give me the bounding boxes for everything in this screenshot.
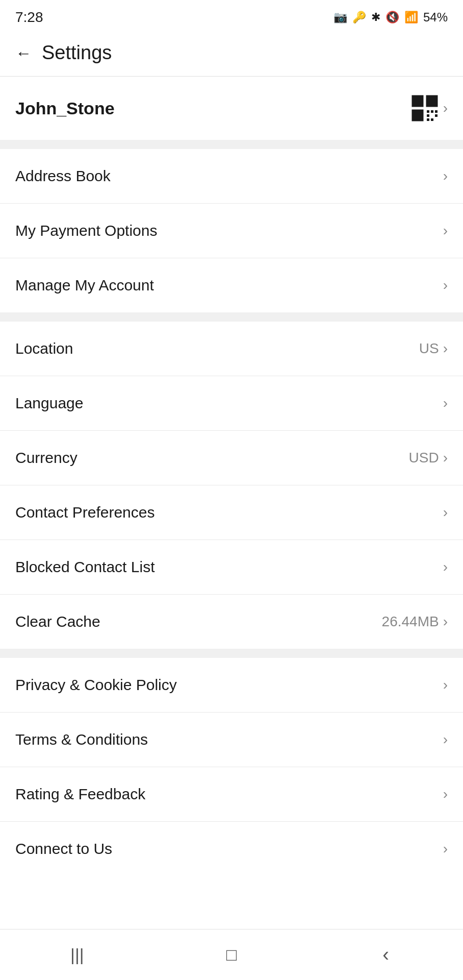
menu-item-label: Terms & Conditions: [15, 731, 148, 748]
battery-text: 54%: [423, 10, 448, 24]
menu-item-label: Currency: [15, 449, 78, 467]
menu-item-label: Blocked Contact List: [15, 558, 155, 576]
menu-item-connect-to-us[interactable]: Connect to Us ›: [0, 822, 463, 876]
status-time: 7:28: [15, 9, 43, 26]
menu-item-rating-feedback[interactable]: Rating & Feedback ›: [0, 767, 463, 822]
menu-item-right: ›: [443, 731, 448, 748]
qr-code-icon: [411, 95, 438, 121]
menu-item-currency[interactable]: Currency USD ›: [0, 431, 463, 485]
legal-section: Privacy & Cookie Policy › Terms & Condit…: [0, 658, 463, 876]
chevron-icon: ›: [443, 168, 448, 184]
profile-row[interactable]: John_Stone ›: [0, 77, 463, 140]
section-gap-1: [0, 140, 463, 149]
svg-rect-1: [416, 99, 420, 103]
section-gap-3: [0, 649, 463, 658]
wifi-icon: 📶: [404, 11, 418, 24]
menu-item-right: ›: [443, 677, 448, 693]
chevron-icon: ›: [443, 395, 448, 411]
status-bar: 7:28 📷 🔑 ✱ 🔇 📶 54%: [0, 0, 463, 32]
chevron-icon: ›: [443, 677, 448, 693]
menu-item-blocked-contact-list[interactable]: Blocked Contact List ›: [0, 540, 463, 595]
menu-item-right: ›: [443, 277, 448, 293]
nav-back-button[interactable]: ‹: [366, 940, 406, 970]
profile-right: ›: [411, 95, 448, 121]
menu-item-label: My Payment Options: [15, 222, 157, 239]
svg-rect-10: [435, 114, 438, 117]
menu-item-label: Contact Preferences: [15, 504, 155, 521]
menu-item-label: Privacy & Cookie Policy: [15, 676, 177, 694]
page-title: Settings: [42, 42, 112, 64]
status-icons: 📷 🔑 ✱ 🔇 📶 54%: [333, 10, 448, 24]
preferences-section: Location US › Language › Currency USD › …: [0, 322, 463, 649]
menu-item-label: Language: [15, 395, 83, 412]
chevron-icon: ›: [443, 340, 448, 357]
svg-rect-8: [435, 110, 438, 113]
menu-item-clear-cache[interactable]: Clear Cache 26.44MB ›: [0, 595, 463, 649]
menu-item-contact-preferences[interactable]: Contact Preferences ›: [0, 485, 463, 540]
menu-item-terms-conditions[interactable]: Terms & Conditions ›: [0, 713, 463, 767]
menu-item-right: ›: [443, 395, 448, 411]
sim-icon: 🔑: [352, 11, 366, 24]
menu-item-label: Location: [15, 340, 73, 357]
menu-item-right: ›: [443, 841, 448, 857]
nav-home-button[interactable]: □: [211, 940, 252, 970]
chevron-icon: ›: [443, 277, 448, 293]
menu-item-label: Connect to Us: [15, 840, 112, 857]
menu-item-address-book[interactable]: Address Book ›: [0, 149, 463, 204]
svg-rect-11: [431, 118, 433, 121]
chevron-icon: ›: [443, 614, 448, 630]
svg-rect-7: [431, 110, 433, 113]
menu-item-right: ›: [443, 786, 448, 802]
svg-rect-9: [427, 114, 429, 117]
bottom-nav: ||| □ ‹: [0, 929, 463, 980]
nav-recents-button[interactable]: |||: [57, 940, 97, 970]
bluetooth-icon: ✱: [371, 11, 380, 24]
chevron-icon: ›: [443, 841, 448, 857]
menu-item-right: ›: [443, 223, 448, 239]
camera-indicator-icon: 📷: [333, 11, 347, 24]
profile-chevron: ›: [443, 100, 448, 116]
chevron-icon: ›: [443, 223, 448, 239]
menu-item-location[interactable]: Location US ›: [0, 322, 463, 376]
recents-icon: |||: [70, 945, 84, 965]
menu-item-label: Rating & Feedback: [15, 786, 145, 803]
section-gap-2: [0, 312, 463, 322]
menu-item-right: ›: [443, 504, 448, 521]
menu-item-privacy-cookie-policy[interactable]: Privacy & Cookie Policy ›: [0, 658, 463, 713]
settings-header: ← Settings: [0, 32, 463, 76]
svg-rect-6: [427, 110, 429, 113]
menu-item-my-payment-options[interactable]: My Payment Options ›: [0, 204, 463, 258]
menu-item-label: Clear Cache: [15, 613, 100, 630]
chevron-icon: ›: [443, 786, 448, 802]
menu-item-language[interactable]: Language ›: [0, 376, 463, 431]
menu-item-value: USD: [409, 450, 439, 466]
content-area: John_Stone ›: [0, 77, 463, 927]
svg-rect-5: [416, 113, 420, 117]
menu-item-right: USD ›: [409, 450, 448, 466]
menu-item-label: Address Book: [15, 167, 111, 185]
chevron-icon: ›: [443, 504, 448, 521]
menu-item-manage-my-account[interactable]: Manage My Account ›: [0, 258, 463, 312]
menu-item-right: US ›: [419, 340, 448, 357]
mute-icon: 🔇: [385, 11, 399, 24]
account-section: Address Book › My Payment Options › Mana…: [0, 149, 463, 312]
profile-username: John_Stone: [15, 99, 115, 118]
back-button[interactable]: ←: [15, 45, 32, 61]
svg-rect-12: [427, 118, 429, 121]
menu-item-right: 26.44MB ›: [382, 614, 448, 630]
svg-rect-3: [430, 99, 434, 103]
menu-item-value: 26.44MB: [382, 614, 439, 630]
chevron-icon: ›: [443, 559, 448, 575]
chevron-icon: ›: [443, 731, 448, 748]
back-nav-icon: ‹: [382, 944, 389, 966]
menu-item-value: US: [419, 340, 439, 357]
menu-item-right: ›: [443, 168, 448, 184]
menu-item-right: ›: [443, 559, 448, 575]
chevron-icon: ›: [443, 450, 448, 466]
menu-item-label: Manage My Account: [15, 277, 154, 294]
home-icon: □: [226, 945, 237, 965]
